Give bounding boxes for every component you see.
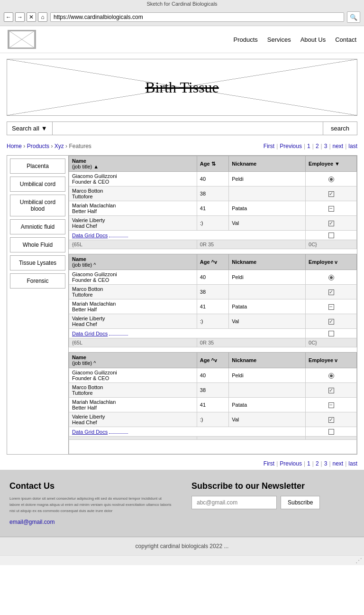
pagination-previous[interactable]: Previous [280,143,302,149]
pagination-next[interactable]: next [333,143,344,149]
data-grid-docs-link-2[interactable]: Data Grid Docs [72,331,108,336]
table-row: Giacomo GuilizzoniFounder & CEO 40 Peldi [69,368,357,383]
search-dropdown[interactable]: Search all ▼ [7,122,53,135]
col-name-header-3[interactable]: Name(job title) ^ [69,353,197,368]
pagination-page-2[interactable]: 2 [316,143,319,149]
table-header-row-3: Name(job title) ^ Age ^v Nickname Employ… [69,353,357,368]
cell-employee [306,299,357,314]
cell-employee-empty [306,427,357,437]
pagination-last[interactable]: last [348,143,357,149]
pagination-bottom-page-1[interactable]: 1 [307,460,310,467]
svg-line-0 [9,31,35,48]
logo-icon [9,31,35,48]
col-age-header-3[interactable]: Age ^v [197,353,228,368]
col-nickname-header-2[interactable]: Nickname [229,254,306,270]
breadcrumb-home[interactable]: Home [7,143,22,149]
cell-employee [306,368,357,383]
svg-line-1 [9,31,35,48]
url-bar[interactable] [50,12,344,22]
sidebar-item-tissue-lysates[interactable]: Tissue Lysates [10,255,65,270]
table-row-empty [69,440,357,454]
pagination-page-3[interactable]: 3 [324,143,328,149]
cell-link-row: Data Grid Docs [69,427,306,437]
search-input[interactable] [53,122,323,135]
sidebar-item-umbilical-cord[interactable]: Umbilical cord [10,177,65,192]
cell-nickname: Val [229,314,306,329]
sidebar-item-amniotic-fluid[interactable]: Amniotic fluid [10,219,65,234]
col-nickname-header-1[interactable]: Nickname [229,156,306,172]
cell-employee [306,201,357,216]
site-nav: Products Services About Us Contact [0,26,364,53]
newsletter-email-input[interactable] [191,496,277,509]
pagination-bottom-last[interactable]: last [348,460,357,467]
extra-data-row-2: {65L 0R 35 0C} [69,338,357,347]
cell-employee-empty [306,231,357,240]
col-name-header-1[interactable]: Name(job title) ▲ [69,156,197,172]
search-button[interactable]: search [323,122,357,135]
radio-indicator [328,275,334,280]
checkbox-indicator [328,304,334,310]
nav-contact[interactable]: Contact [335,36,356,43]
nav-services[interactable]: Services [267,36,291,43]
pagination-bottom-first[interactable]: First [264,460,274,467]
pagination-bottom-next[interactable]: next [333,460,344,467]
nav-about[interactable]: About Us [300,36,326,43]
table-row: Data Grid Docs [69,427,357,437]
svg-rect-2 [9,31,35,48]
footer-newsletter-col: Subscribe to our Newsletter Subscribe [191,481,355,525]
table-header-row-1: Name(job title) ▲ Age ⇅ Nickname Employe… [69,156,357,172]
col-employee-header-3[interactable]: Employee v [306,353,357,368]
checkbox-indicator [328,319,334,325]
cell-nickname [229,186,306,201]
breadcrumb-products[interactable]: Products [27,143,49,149]
pagination-first[interactable]: First [264,143,274,149]
table-row: Valerie LibertyHead Chef :) Val [69,412,357,427]
sidebar-item-umbilical-cord-blood[interactable]: Umbilical cord blood [10,195,65,216]
forward-button[interactable]: → [15,12,25,22]
col-nickname-header-3[interactable]: Nickname [229,353,306,368]
data-area: Name(job title) ▲ Age ⇅ Nickname Employe… [69,156,357,454]
cell-extra [69,437,197,440]
table-row: Data Grid Docs [69,231,357,240]
newsletter-subscribe-button[interactable]: Subscribe [281,496,320,509]
col-employee-header-2[interactable]: Employee v [306,254,357,270]
copyright-text: copyright cardinal biologicals 2022 ... [136,543,229,550]
nav-products[interactable]: Products [234,36,258,43]
col-employee-header-1[interactable]: Employee ▼ [306,156,357,172]
table-row: Data Grid Docs [69,329,357,338]
pagination-bottom-page-2[interactable]: 2 [316,460,319,467]
cell-age: 38 [197,186,228,201]
cell-extra-end: 0C} [306,338,357,347]
nav-links: Products Services About Us Contact [234,36,356,43]
col-age-header-1[interactable]: Age ⇅ [197,156,228,172]
footer-email-link[interactable]: email@gmail.com [9,519,55,525]
data-grid-1: Name(job title) ▲ Age ⇅ Nickname Employe… [69,156,357,249]
home-button[interactable]: ⌂ [38,12,47,22]
data-grid-docs-link-1[interactable]: Data Grid Docs [72,233,108,238]
sidebar-item-placenta[interactable]: Placenta [10,158,65,174]
pagination-bottom-page-3[interactable]: 3 [324,460,328,467]
table-row: Marco BottonTuttofore 38 [69,186,357,201]
resize-handle[interactable]: ⋰ [0,555,364,565]
browser-title: Sketch for Cardinal Biologicals [0,0,364,9]
cell-name: Mariah MaclachlanBetter Half [69,299,197,314]
cell-age: 38 [197,383,228,398]
checkbox-indicator [328,233,334,238]
radio-indicator [328,177,334,182]
browser-search-button[interactable]: 🔍 [347,11,360,23]
cell-name: Marco BottonTuttofore [69,186,197,201]
cell-employee [306,314,357,329]
table-row: Giacomo GuilizzoniFounder & CEO 40 Peldi [69,270,357,285]
table-row: Giacomo GuilizzoniFounder & CEO 40 Peldi [69,172,357,186]
data-grid-docs-link-3[interactable]: Data Grid Docs [72,429,108,435]
sidebar-item-forensic[interactable]: Forensic [10,273,65,289]
col-name-header-2[interactable]: Name(job title) ^ [69,254,197,270]
logo [8,30,36,49]
col-age-header-2[interactable]: Age ^v [197,254,228,270]
sidebar-item-whole-fluid[interactable]: Whole Fluid [10,237,65,252]
pagination-bottom-previous[interactable]: Previous [280,460,302,467]
back-button[interactable]: ← [4,12,13,22]
breadcrumb-xyz[interactable]: Xyz [55,143,64,149]
pagination-page-1[interactable]: 1 [307,143,310,149]
close-button[interactable]: ✕ [27,12,36,22]
